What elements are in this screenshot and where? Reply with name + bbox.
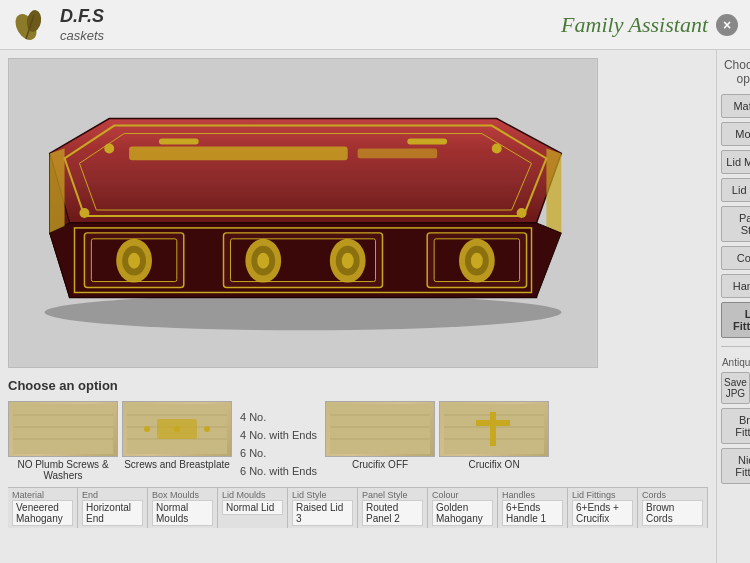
- close-button[interactable]: ×: [716, 14, 738, 36]
- family-assistant-title: Family Assistant: [561, 12, 708, 38]
- header: D.F.S caskets Family Assistant ×: [0, 0, 750, 50]
- main-content: Choose an option NO Plumb Screws & Washe…: [0, 50, 750, 563]
- logo-dfs: D.F.S: [60, 6, 104, 28]
- choose-option-label: Choose an option: [8, 378, 708, 393]
- status-bar: MaterialVeneered MahoganyEndHorizontal E…: [8, 487, 708, 528]
- svg-rect-43: [13, 438, 113, 440]
- family-assistant-area: Family Assistant ×: [561, 12, 738, 38]
- svg-rect-54: [330, 426, 430, 428]
- nickel-fittings-button[interactable]: Nickel Fittings: [721, 448, 750, 484]
- sidebar-panel-style[interactable]: Panel Style: [721, 206, 750, 242]
- right-sidebar: Choose an option Material Moulds Lid Mou…: [716, 50, 750, 563]
- svg-point-16: [128, 253, 140, 269]
- status-cell-lid-moulds: Lid MouldsNormal Lid: [218, 488, 288, 528]
- sidebar-divider-1: [721, 346, 750, 347]
- svg-rect-40: [13, 404, 113, 454]
- svg-rect-30: [129, 146, 348, 160]
- logo-area: D.F.S caskets: [12, 5, 104, 45]
- thumbnail-no-screws[interactable]: NO Plumb Screws & Washers: [8, 401, 118, 481]
- svg-point-34: [79, 208, 89, 218]
- svg-point-32: [104, 143, 114, 153]
- status-cell-handles: Handles6+Ends Handle 1: [498, 488, 568, 528]
- logo-caskets: caskets: [60, 28, 104, 44]
- status-cell-lid-style: Lid StyleRaised Lid 3: [288, 488, 358, 528]
- sidebar-title: Choose an option: [721, 58, 750, 86]
- svg-rect-42: [13, 426, 113, 428]
- svg-rect-61: [476, 420, 510, 426]
- svg-rect-52: [330, 404, 430, 454]
- thumb-crucifix-off-label: Crucifix OFF: [352, 459, 408, 470]
- svg-rect-36: [159, 138, 199, 144]
- casket-image: [8, 58, 598, 368]
- svg-rect-53: [330, 414, 430, 416]
- svg-rect-31: [358, 148, 437, 158]
- thumb-no-screws-img[interactable]: [8, 401, 118, 457]
- svg-marker-39: [546, 148, 561, 232]
- sidebar-lid-style[interactable]: Lid Style: [721, 178, 750, 202]
- status-cell-colour: ColourGolden Mahogany: [428, 488, 498, 528]
- option-4no[interactable]: 4 No.: [236, 409, 321, 425]
- svg-point-4: [45, 294, 562, 330]
- left-panel: Choose an option NO Plumb Screws & Washe…: [0, 50, 716, 563]
- sidebar-lid-moulds[interactable]: Lid Moulds: [721, 150, 750, 174]
- svg-marker-5: [50, 119, 562, 223]
- status-cell-material: MaterialVeneered Mahogany: [8, 488, 78, 528]
- svg-marker-38: [50, 148, 65, 232]
- casket-svg: [9, 59, 597, 367]
- thumbnail-crucifix-off[interactable]: Crucifix OFF: [325, 401, 435, 470]
- thumb-screws-label: Screws and Breastplate: [124, 459, 230, 470]
- svg-rect-55: [330, 438, 430, 440]
- svg-point-33: [492, 143, 502, 153]
- svg-point-50: [204, 426, 210, 432]
- thumb-crucifix-on-label: Crucifix ON: [468, 459, 519, 470]
- sidebar-material[interactable]: Material: [721, 94, 750, 118]
- mid-options: 4 No. 4 No. with Ends 6 No. 6 No. with E…: [236, 401, 321, 479]
- option-6no[interactable]: 6 No.: [236, 445, 321, 461]
- save-jpg-button[interactable]: Save JPG: [721, 372, 750, 404]
- thumb-no-screws-label: NO Plumb Screws & Washers: [8, 459, 118, 481]
- svg-rect-41: [13, 414, 113, 416]
- sidebar-colour[interactable]: Colour: [721, 246, 750, 270]
- svg-rect-51: [157, 419, 197, 439]
- logo-text: D.F.S caskets: [60, 6, 104, 43]
- thumb-crucifix-on-img[interactable]: [439, 401, 549, 457]
- brass-fittings-button[interactable]: Brass Fittings: [721, 408, 750, 444]
- option-4no-ends[interactable]: 4 No. with Ends: [236, 427, 321, 443]
- svg-rect-37: [407, 138, 447, 144]
- svg-point-24: [342, 253, 354, 269]
- sidebar-lid-fittings[interactable]: Lid Fittings: [721, 302, 750, 338]
- logo-icon: [12, 5, 52, 45]
- status-cell-lid-fittings: Lid Fittings6+Ends + Crucifix: [568, 488, 638, 528]
- svg-point-21: [257, 253, 269, 269]
- thumbnail-crucifix-on[interactable]: Crucifix ON: [439, 401, 549, 470]
- thumbnail-row: NO Plumb Screws & Washers: [8, 401, 708, 481]
- thumb-screws-img[interactable]: [122, 401, 232, 457]
- svg-point-35: [517, 208, 527, 218]
- svg-rect-45: [127, 414, 227, 416]
- status-cell-box-moulds: Box MouldsNormal Moulds: [148, 488, 218, 528]
- save-help-row: Save JPG HELP: [721, 372, 750, 404]
- status-cell-end: EndHorizontal End: [78, 488, 148, 528]
- status-cell-cords: CordsBrown Cords: [638, 488, 708, 528]
- option-6no-ends[interactable]: 6 No. with Ends: [236, 463, 321, 479]
- svg-point-48: [144, 426, 150, 432]
- status-cell-panel-style: Panel StyleRouted Panel 2: [358, 488, 428, 528]
- svg-rect-60: [490, 412, 496, 446]
- thumbnail-screws[interactable]: Screws and Breastplate: [122, 401, 232, 470]
- sidebar-handles[interactable]: Handles: [721, 274, 750, 298]
- svg-point-29: [471, 253, 483, 269]
- thumb-crucifix-off-img[interactable]: [325, 401, 435, 457]
- antique-label: Antique Effect: [721, 357, 750, 368]
- sidebar-moulds[interactable]: Moulds: [721, 122, 750, 146]
